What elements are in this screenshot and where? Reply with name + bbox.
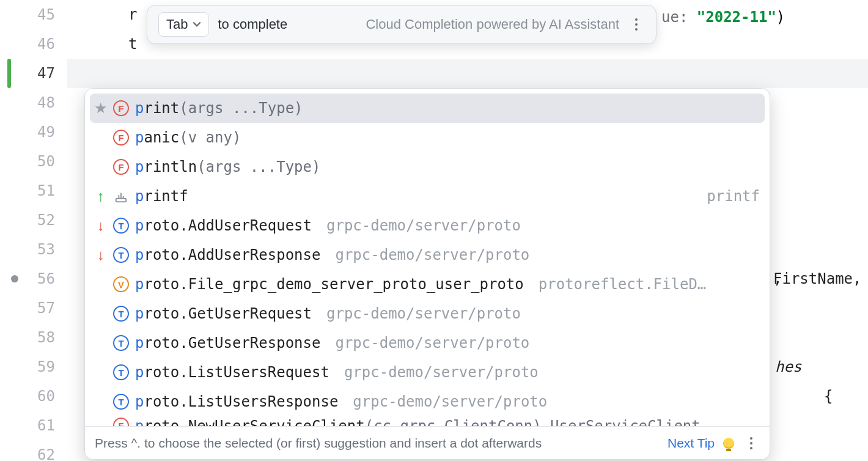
line-gutter: 4546474849505152535657585960616263 [0,0,67,461]
completion-label: proto.ListUsersResponse [135,393,338,410]
line-number: 56 [0,264,55,293]
completion-label: proto.GetUserRequest [135,305,312,322]
completion-item[interactable]: ↑printfprintf [90,182,765,211]
tooltip-action-text: to complete [218,17,287,32]
line-number: 61 [0,411,55,440]
line-number: 47 [0,59,55,88]
completion-label: print(args ...Type) [135,100,303,117]
rank-up-icon: ↑ [97,188,105,205]
template-icon [113,188,129,204]
completion-label: proto.GetUserResponse [135,334,320,352]
tooltip-subtitle: Cloud Completion powered by AI Assistant [366,17,619,32]
completion-package: grpc-demo/server/proto [326,305,521,322]
line-number: 60 [0,382,55,411]
breakpoint-dot[interactable] [11,275,18,282]
type-icon: T [113,364,129,380]
line-number: 58 [0,323,55,352]
completion-package: grpc-demo/server/proto [335,334,529,352]
background-code-fragment: { [824,382,833,411]
completion-right-label: printf [707,188,760,205]
cloud-completion-tooltip: Tab to complete Cloud Completion powered… [147,5,657,44]
completion-item[interactable]: Fprintln(args ...Type) [90,152,765,182]
completion-item[interactable]: Tproto.ListUsersRequestgrpc-demo/server/… [90,358,765,387]
line-number: 51 [0,176,55,205]
completion-package: grpc-demo/server/proto [353,393,547,410]
completion-item[interactable]: Vproto.File_grpc_demo_server_proto_user_… [90,270,765,299]
background-code-fragment: FirstName, [773,264,862,293]
line-number: 49 [0,117,55,147]
completion-label: panic(v any) [135,129,241,146]
completion-item[interactable]: Fproto.NewUserServiceClient(cc grpc.Clie… [90,416,765,426]
variable-icon: V [113,276,129,292]
line-number: 52 [0,205,55,235]
line-number: 46 [0,29,55,59]
completion-label: printf [135,188,188,205]
more-options-icon[interactable] [628,16,645,33]
completion-label: proto.NewUserServiceClient(cc grpc.Clien… [135,418,701,426]
completion-list[interactable]: ★Fprint(args ...Type)Fpanic(v any)Fprint… [85,89,770,426]
type-icon: T [113,394,129,410]
completion-package: grpc-demo/server/proto [344,364,539,381]
type-icon: T [113,335,129,351]
line-number: 53 [0,235,55,264]
more-options-icon[interactable] [743,435,760,452]
background-code-fragment: ue: "2022-11") [661,9,785,26]
function-icon: F [113,159,129,175]
completion-item[interactable]: ★Fprint(args ...Type) [90,94,765,123]
rank-down-icon: ↓ [97,217,105,234]
chevron-down-icon [193,21,201,28]
completion-package: grpc-demo/server/proto [335,246,529,264]
completion-label: println(args ...Type) [135,158,320,175]
completion-label: proto.AddUserRequest [135,217,312,234]
line-number: 48 [0,88,55,117]
rank-down-icon: ↓ [97,246,105,264]
completion-label: proto.AddUserResponse [135,246,320,264]
type-icon: T [113,218,129,234]
next-tip-link[interactable]: Next Tip [668,436,715,451]
completion-label: proto.File_grpc_demo_server_proto_user_p… [135,276,524,293]
code-line-47[interactable]: println("done")Choose key for completion… [67,59,868,88]
completion-label: proto.ListUsersRequest [135,364,329,381]
completion-footer: Press ^. to choose the selected (or firs… [85,426,770,459]
type-icon: T [113,247,129,263]
star-icon: ★ [94,100,108,117]
type-icon: T [113,306,129,322]
line-number: 50 [0,147,55,176]
line-number: 45 [0,0,55,29]
background-code-fragment: hes [775,352,801,382]
completion-package: protoreflect.FileD… [539,276,707,293]
completion-item[interactable]: Tproto.ListUsersResponsegrpc-demo/server… [90,387,765,416]
function-icon: F [113,130,129,146]
completion-item[interactable]: ↓Tproto.AddUserRequestgrpc-demo/server/p… [90,211,765,240]
completion-key-button[interactable]: Tab [158,12,209,37]
svg-rect-0 [116,199,127,202]
function-icon: F [113,100,129,116]
completion-item[interactable]: Tproto.GetUserResponsegrpc-demo/server/p… [90,328,765,358]
completion-item[interactable]: Fpanic(v any) [90,123,765,152]
completion-item[interactable]: ↓Tproto.AddUserResponsegrpc-demo/server/… [90,240,765,270]
function-icon: F [113,418,129,426]
lightbulb-icon [723,438,734,449]
completion-item[interactable]: Tproto.GetUserRequestgrpc-demo/server/pr… [90,299,765,328]
line-number: 59 [0,352,55,382]
completion-package: grpc-demo/server/proto [326,217,521,234]
line-number: 62 [0,440,55,461]
footer-tip-text: Press ^. to choose the selected (or firs… [95,436,542,451]
line-number: 57 [0,293,55,323]
completion-popup: ★Fprint(args ...Type)Fpanic(v any)Fprint… [84,88,770,460]
